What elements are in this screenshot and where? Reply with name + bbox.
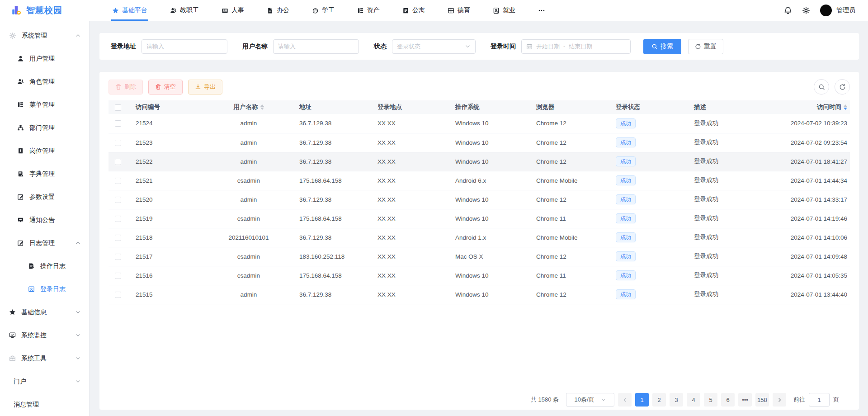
sidebar-item-message-management[interactable]: 消息管理 bbox=[0, 393, 89, 416]
nav-item-platform[interactable]: 基础平台 bbox=[111, 0, 148, 21]
page-button-4[interactable]: 4 bbox=[687, 393, 700, 407]
column-username[interactable]: 用户名称 bbox=[203, 100, 294, 114]
column-browser: 浏览器 bbox=[531, 100, 610, 114]
page-button-158[interactable]: 158 bbox=[755, 393, 769, 407]
sidebar-item-operation-log[interactable]: 操作日志 bbox=[0, 255, 89, 278]
sidebar-item-basic-info[interactable]: 基础信息 bbox=[0, 301, 89, 324]
nav-item-student[interactable]: 学工 bbox=[311, 0, 335, 21]
org-chart-icon bbox=[17, 124, 24, 131]
page-button-6[interactable]: 6 bbox=[721, 393, 735, 407]
more-dots-icon bbox=[538, 7, 545, 14]
sidebar-item-user-management[interactable]: 用户管理 bbox=[0, 47, 89, 70]
table-row[interactable]: 21515 admin 36.7.129.38 XX XX Windows 10… bbox=[108, 285, 850, 304]
column-location: 登录地点 bbox=[372, 100, 450, 114]
page-size-select[interactable]: 10条/页 bbox=[566, 393, 614, 407]
prev-page-button[interactable] bbox=[618, 393, 632, 407]
sidebar-item-param-settings[interactable]: 参数设置 bbox=[0, 185, 89, 208]
chevron-up-icon bbox=[75, 33, 81, 38]
show-search-button[interactable] bbox=[814, 79, 829, 95]
start-date-placeholder: 开始日期 bbox=[536, 43, 560, 51]
table-row[interactable]: 21523 admin 36.7.129.38 XX XX Windows 10… bbox=[108, 133, 850, 152]
table-row[interactable]: 21517 csadmin 183.160.252.118 XX XX Mac … bbox=[108, 247, 850, 266]
sidebar-item-dict-management[interactable]: 字典管理 bbox=[0, 162, 89, 185]
status-badge: 成功 bbox=[616, 213, 636, 223]
sidebar-item-notice[interactable]: 通知公告 bbox=[0, 208, 89, 232]
nav-item-more[interactable] bbox=[537, 0, 546, 21]
user-avatar[interactable] bbox=[820, 5, 832, 16]
row-checkbox[interactable] bbox=[115, 292, 121, 298]
table-row[interactable]: 21516 csadmin 175.168.64.158 XX XX Windo… bbox=[108, 266, 850, 285]
comment-icon bbox=[17, 217, 24, 223]
settings-gear-icon[interactable] bbox=[802, 6, 810, 14]
table-row[interactable]: 21521 csadmin 175.168.64.158 XX XX Andro… bbox=[108, 171, 850, 190]
sort-icon[interactable] bbox=[260, 104, 264, 110]
next-page-button[interactable] bbox=[773, 393, 786, 407]
more-pages-button[interactable]: ••• bbox=[738, 393, 752, 407]
sidebar-item-role-management[interactable]: 角色管理 bbox=[0, 70, 89, 93]
building-icon bbox=[402, 7, 409, 14]
chevron-right-icon bbox=[777, 397, 783, 403]
page-button-1[interactable]: 1 bbox=[635, 393, 649, 407]
grid-icon bbox=[448, 7, 454, 14]
sidebar-item-system-management[interactable]: 系统管理 bbox=[0, 24, 89, 47]
nav-item-dorm[interactable]: 公寓 bbox=[401, 0, 426, 21]
chevron-left-icon bbox=[622, 397, 628, 403]
table-row[interactable]: 21520 admin 36.7.129.38 XX XX Windows 10… bbox=[108, 190, 850, 209]
sidebar-item-system-tools[interactable]: 系统工具 bbox=[0, 347, 89, 370]
sidebar-item-portal[interactable]: 门户 bbox=[0, 370, 89, 393]
table-row[interactable]: 21524 admin 36.7.129.38 XX XX Windows 10… bbox=[108, 114, 850, 133]
sidebar-item-menu-management[interactable]: 菜单管理 bbox=[0, 93, 89, 116]
row-checkbox[interactable] bbox=[115, 120, 121, 127]
sidebar-item-dept-management[interactable]: 部门管理 bbox=[0, 116, 89, 139]
reset-button[interactable]: 重置 bbox=[688, 39, 723, 54]
top-nav-menu: 基础平台 教职工 人事 办公 学工 资产 公寓 德育 bbox=[111, 0, 546, 21]
login-address-input[interactable] bbox=[142, 39, 227, 54]
row-checkbox[interactable] bbox=[115, 140, 121, 146]
row-checkbox[interactable] bbox=[115, 178, 121, 184]
clear-button[interactable]: 清空 bbox=[148, 80, 183, 95]
nav-item-office[interactable]: 办公 bbox=[266, 0, 290, 21]
date-range-picker[interactable]: 开始日期 - 结束日期 bbox=[521, 39, 631, 54]
nav-item-employment[interactable]: 就业 bbox=[492, 0, 516, 21]
sidebar: 系统管理 用户管理 角色管理 菜单管理 部门管理 岗位管理 字典管理 参数设置 … bbox=[0, 21, 90, 416]
sidebar-item-system-monitor[interactable]: 系统监控 bbox=[0, 324, 89, 347]
goto-page-input[interactable] bbox=[809, 393, 830, 407]
table-header-row: 访问编号 用户名称 地址 登录地点 操作系统 浏览器 登录状态 描述 访问时间 bbox=[108, 100, 850, 114]
table-toolbar: 删除 清空 导出 bbox=[108, 79, 850, 95]
delete-button[interactable]: 删除 bbox=[108, 80, 143, 95]
sidebar-item-post-management[interactable]: 岗位管理 bbox=[0, 139, 89, 162]
login-status-select[interactable]: 登录状态 bbox=[392, 39, 476, 54]
sidebar-item-login-log[interactable]: 登录日志 bbox=[0, 278, 89, 301]
nav-item-moral[interactable]: 德育 bbox=[447, 0, 471, 21]
status-badge: 成功 bbox=[616, 175, 636, 185]
column-os: 操作系统 bbox=[450, 100, 531, 114]
select-all-checkbox[interactable] bbox=[115, 104, 121, 111]
table-row[interactable]: 21522 admin 36.7.129.38 XX XX Windows 10… bbox=[108, 152, 850, 171]
username-input[interactable] bbox=[273, 39, 359, 54]
page-button-5[interactable]: 5 bbox=[704, 393, 717, 407]
refresh-table-button[interactable] bbox=[835, 79, 850, 95]
row-checkbox[interactable] bbox=[115, 254, 121, 260]
row-checkbox[interactable] bbox=[115, 159, 121, 165]
table-row[interactable]: 21518 202116010101 36.7.129.38 XX XX And… bbox=[108, 228, 850, 247]
nav-item-assets[interactable]: 资产 bbox=[356, 0, 381, 21]
column-time[interactable]: 访问时间 bbox=[779, 100, 850, 114]
row-checkbox[interactable] bbox=[115, 216, 121, 222]
notification-bell-icon[interactable] bbox=[784, 6, 792, 14]
pagination: 共 1580 条 10条/页 1 2 3 4 5 6 ••• 158 前往 页 bbox=[531, 393, 839, 407]
table-row[interactable]: 21519 csadmin 175.168.64.158 XX XX Windo… bbox=[108, 209, 850, 228]
page-button-3[interactable]: 3 bbox=[670, 393, 683, 407]
sort-icon[interactable] bbox=[844, 104, 847, 110]
row-checkbox[interactable] bbox=[115, 197, 121, 203]
users-icon bbox=[170, 7, 177, 14]
search-button[interactable]: 搜索 bbox=[643, 39, 681, 54]
page-button-2[interactable]: 2 bbox=[652, 393, 666, 407]
export-button[interactable]: 导出 bbox=[188, 80, 222, 95]
nav-item-hr[interactable]: 人事 bbox=[221, 0, 245, 21]
row-checkbox[interactable] bbox=[115, 273, 121, 279]
nav-item-staff[interactable]: 教职工 bbox=[169, 0, 200, 21]
user-name[interactable]: 管理员 bbox=[836, 6, 855, 14]
row-checkbox[interactable] bbox=[115, 235, 121, 241]
edit-pen-icon bbox=[17, 194, 24, 200]
sidebar-item-log-management[interactable]: 日志管理 bbox=[0, 232, 89, 255]
